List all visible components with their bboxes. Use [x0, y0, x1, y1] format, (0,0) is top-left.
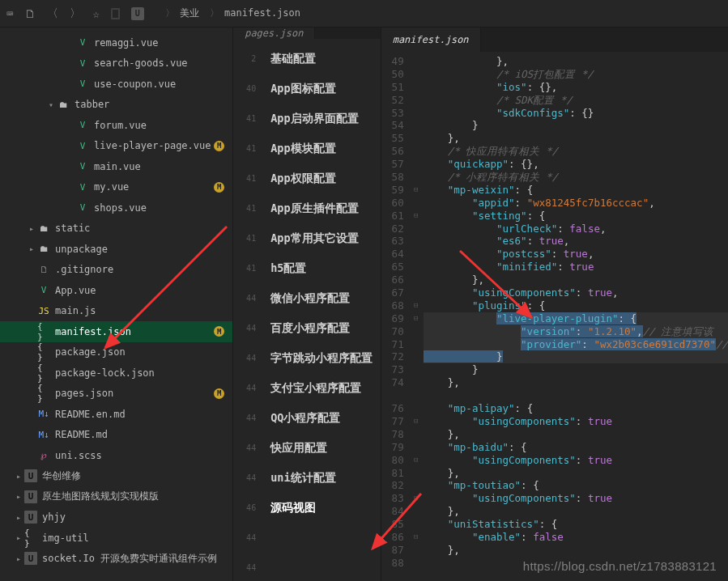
config-nav-list[interactable]: 基础配置App图标配置App启动界面配置App模块配置App权限配置App原生插…: [259, 39, 381, 581]
tab-manifest-json[interactable]: manifest.json: [381, 28, 481, 52]
file-item-14[interactable]: { }manifest.jsonM: [0, 321, 232, 342]
u-icon: U: [24, 469, 37, 482]
nav-item-12[interactable]: QQ小程序配置: [259, 403, 381, 433]
file-label: App.vue: [55, 285, 224, 296]
json-icon: { }: [37, 346, 50, 358]
nav-item-1[interactable]: App图标配置: [259, 74, 381, 104]
file-label: package-lock.json: [55, 367, 224, 379]
file-item-22[interactable]: ▸U原生地图路线规划实现模版: [0, 486, 232, 507]
vue-icon: V: [76, 201, 89, 214]
star-icon[interactable]: ☆: [92, 7, 99, 20]
vue-icon: V: [76, 180, 89, 193]
fold-icon: 🖿: [37, 243, 50, 256]
file-label: shops.vue: [94, 202, 224, 214]
txt-icon: 🗋: [37, 263, 50, 276]
vue-icon: V: [76, 57, 89, 70]
u-icon: U: [24, 511, 37, 524]
vue-icon: V: [37, 284, 50, 297]
vue-icon: V: [76, 139, 89, 152]
file-item-11[interactable]: 🗋.gitignore: [0, 260, 232, 281]
file-item-23[interactable]: ▸Uyhjy: [0, 507, 232, 528]
file-item-16[interactable]: { }package-lock.json: [0, 363, 232, 384]
app-icon: U: [131, 7, 144, 20]
file-item-12[interactable]: VApp.vue: [0, 280, 232, 301]
nav-item-15[interactable]: 源码视图: [259, 493, 381, 523]
explorer-sidebar[interactable]: Vremaggi.vueVsearch-goods.vueVuse-coupon…: [0, 28, 233, 581]
file-item-7[interactable]: Vmy.vueM: [0, 177, 232, 198]
file-item-0[interactable]: Vremaggi.vue: [0, 32, 232, 53]
file-label: img-util: [42, 532, 224, 544]
center-panel: pages.json 24041414141414144444444444444…: [233, 28, 381, 581]
file-label: use-coupon.vue: [94, 78, 224, 90]
file-item-1[interactable]: Vsearch-goods.vue: [0, 53, 232, 74]
vue-icon: V: [76, 160, 89, 173]
stop-icon[interactable]: 🀆: [111, 6, 120, 20]
json-icon: { }: [24, 532, 37, 545]
nav-item-11[interactable]: 支付宝小程序配置: [259, 373, 381, 403]
file-item-25[interactable]: ▸Usocket.Io 开源免费实时通讯组件示例: [0, 549, 232, 570]
file-item-17[interactable]: { }pages.jsonM: [0, 384, 232, 405]
file-item-13[interactable]: JSmain.js: [0, 301, 232, 322]
file-label: remaggi.vue: [94, 37, 224, 49]
file-item-3[interactable]: ▾🖿tabber: [0, 95, 232, 116]
chevron-icon: ▾: [45, 100, 57, 109]
nav-item-13[interactable]: 快应用配置: [259, 433, 381, 463]
file-item-18[interactable]: M↓README.en.md: [0, 404, 232, 425]
nav-back-icon[interactable]: 〈: [47, 6, 58, 21]
file-label: .gitignore: [55, 264, 224, 275]
u-icon: U: [24, 552, 37, 565]
file-label: README.en.md: [55, 409, 224, 420]
file-item-10[interactable]: ▸🖿unpackage: [0, 239, 232, 260]
nav-item-5[interactable]: App原生插件配置: [259, 193, 381, 223]
chevron-icon: ▸: [13, 492, 24, 501]
json-icon: { }: [37, 387, 50, 400]
scss-icon: ℘: [37, 449, 50, 462]
file-item-6[interactable]: Vmain.vue: [0, 156, 232, 177]
file-item-8[interactable]: Vshops.vue: [0, 197, 232, 218]
file-item-9[interactable]: ▸🖿static: [0, 218, 232, 240]
json-icon: { }: [37, 367, 50, 380]
tab-pages-json[interactable]: pages.json: [233, 28, 315, 39]
fold-icon: 🖿: [37, 222, 50, 235]
file-label: yhjy: [42, 511, 224, 523]
save-icon[interactable]: 🗋: [24, 7, 36, 20]
md-icon: M↓: [37, 428, 50, 441]
terminal-icon[interactable]: ⌨: [6, 7, 13, 20]
file-label: pages.json: [55, 388, 224, 399]
chevron-icon: ▸: [26, 244, 37, 253]
nav-fwd-icon[interactable]: 〉: [70, 6, 81, 21]
md-icon: M↓: [37, 408, 50, 421]
nav-item-7[interactable]: h5配置: [259, 253, 381, 283]
watermark-text: https://blog.csdn.net/z1783883121: [523, 559, 717, 573]
file-item-15[interactable]: { }package.json: [0, 342, 232, 363]
nav-item-2[interactable]: App启动界面配置: [259, 104, 381, 134]
fold-gutter[interactable]: ⊟⊟⊟⊟⊟⊟⊟⊟: [409, 52, 424, 581]
file-item-21[interactable]: ▸U华创维修: [0, 466, 232, 487]
nav-item-8[interactable]: 微信小程序配置: [259, 283, 381, 313]
file-item-4[interactable]: Vforum.vue: [0, 115, 232, 136]
nav-item-14[interactable]: uni统计配置: [259, 463, 381, 493]
file-label: uni.scss: [55, 450, 224, 461]
file-label: manifest.json: [55, 326, 224, 337]
code-area[interactable]: }, /* iOS打包配置 */ "ios": {}, /* SDK配置 */ …: [424, 52, 728, 581]
file-label: 原生地图路线规划实现模版: [42, 490, 224, 503]
file-item-5[interactable]: Vlive-player-page.vueM: [0, 136, 232, 157]
file-item-19[interactable]: M↓README.md: [0, 425, 232, 446]
nav-item-4[interactable]: App权限配置: [259, 163, 381, 193]
nav-item-3[interactable]: App模块配置: [259, 134, 381, 163]
file-label: unpackage: [55, 244, 224, 255]
nav-item-10[interactable]: 字节跳动小程序配置: [259, 343, 381, 373]
file-item-24[interactable]: ▸{ }img-util: [0, 528, 232, 549]
fold-icon: 🖿: [57, 98, 70, 111]
modified-badge: M: [214, 388, 224, 399]
file-label: forum.vue: [94, 120, 224, 131]
chevron-icon: ▸: [13, 513, 24, 522]
file-item-2[interactable]: Vuse-coupon.vue: [0, 74, 232, 95]
file-item-20[interactable]: ℘uni.scss: [0, 445, 232, 466]
nav-item-6[interactable]: App常用其它设置: [259, 223, 381, 253]
vue-icon: V: [76, 78, 89, 91]
nav-item-9[interactable]: 百度小程序配置: [259, 313, 381, 343]
file-label: package.json: [55, 346, 224, 358]
nav-item-0[interactable]: 基础配置: [259, 44, 381, 74]
chevron-icon: ▸: [13, 472, 24, 481]
